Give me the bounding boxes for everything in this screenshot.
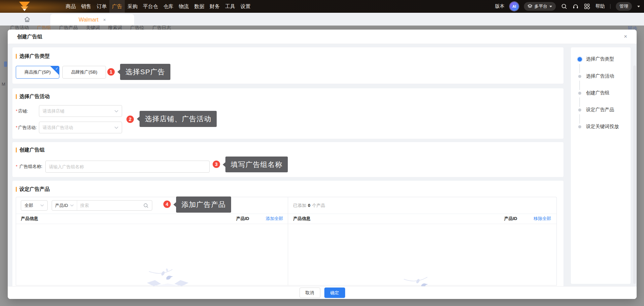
product-search-compound: 产品ID <box>52 200 152 211</box>
nav-item-finance[interactable]: 财务 <box>207 0 222 13</box>
group-name-row: * 广告组名称: <box>16 161 210 173</box>
section-accent-bar <box>16 54 17 59</box>
step-dot-3[interactable] <box>578 92 581 95</box>
check-icon: ✓ <box>55 67 58 71</box>
col-product-info: 产品信息 <box>21 216 236 222</box>
group-name-label: * 广告组名称: <box>16 164 45 170</box>
section-title-products: 设定广告产品 <box>16 186 50 192</box>
ad-type-sp-button[interactable]: 商品推广(SP) ✓ <box>16 66 59 79</box>
step-dot-1[interactable] <box>578 57 582 61</box>
bg-tab-adlogs: 广告日志 <box>152 25 171 30</box>
section-accent-bar <box>16 187 17 192</box>
bg-tab-searchterms: 搜索词 <box>108 25 122 30</box>
chevron-down-icon <box>549 6 552 7</box>
nav-item-sales[interactable]: 销售 <box>78 0 94 13</box>
nav-item-tools[interactable]: 工具 <box>222 0 238 13</box>
campaign-label: *广告活动: <box>16 125 39 131</box>
nav-item-logistics[interactable]: 物流 <box>176 0 192 13</box>
nav-item-settings[interactable]: 设置 <box>238 0 253 13</box>
nav-item-purchasing[interactable]: 采购 <box>125 0 140 13</box>
step-dot-4[interactable] <box>578 108 581 112</box>
add-all-link[interactable]: 添加全部 <box>266 216 283 222</box>
step-item-keywords[interactable]: 设定关键词投放 <box>586 124 619 130</box>
tooltip-fill-group-name: 填写广告组名称 <box>225 157 288 172</box>
step-item-products[interactable]: 设定广告产品 <box>586 107 614 113</box>
help-link[interactable]: 帮助 <box>595 3 605 9</box>
modal-close-icon[interactable]: × <box>624 30 627 44</box>
section-accent-bar <box>16 147 17 152</box>
nav-item-orders[interactable]: 订单 <box>94 0 109 13</box>
ad-type-options: 商品推广(SP) ✓ 品牌推广(SB) <box>16 66 106 79</box>
picker-header-row: 产品信息 产品ID 添加全部 产品信息 产品ID 移除全部 <box>16 214 556 224</box>
available-products-header: 产品信息 产品ID 添加全部 <box>16 214 288 224</box>
campaign-select[interactable]: 请选择广告活动 <box>39 122 122 133</box>
nav-item-ads[interactable]: 广告 <box>109 0 125 13</box>
col-product-id: 产品ID <box>236 216 256 222</box>
step-dot-5[interactable] <box>578 125 581 128</box>
step-item-group[interactable]: 创建广告组 <box>586 90 609 96</box>
multi-platform-dropdown[interactable]: 多平台 <box>524 2 556 11</box>
page-tabbar: Walmart × <box>0 13 644 26</box>
step-connector <box>579 97 580 107</box>
search-field-select[interactable]: 产品ID <box>52 201 77 210</box>
tooltip-select-sp: 选择SP广告 <box>120 64 170 80</box>
apps-grid-icon[interactable] <box>584 3 590 9</box>
step-item-campaign[interactable]: 选择广告活动 <box>586 73 614 79</box>
modal-footer: 取消 确定 <box>8 286 637 299</box>
divider <box>610 4 610 9</box>
cancel-button[interactable]: 取消 <box>300 288 320 298</box>
group-name-input[interactable] <box>45 161 210 173</box>
confirm-button[interactable]: 确定 <box>324 288 345 298</box>
modal-header: 创建广告组 × <box>8 30 637 44</box>
step-item-ad-type[interactable]: 选择广告类型 <box>586 56 614 62</box>
navbar-right-cluster: 版本 AI 多平台 帮助 管理 <box>495 0 640 13</box>
empty-box-illustration <box>146 266 189 286</box>
ai-assistant-button[interactable]: AI <box>510 2 519 11</box>
remove-all-link[interactable]: 移除全部 <box>534 216 551 222</box>
background-artifact-bar <box>4 61 7 67</box>
bg-tab-adgroups: 广告组 <box>37 25 51 30</box>
tab-walmart[interactable]: Walmart × <box>50 14 134 26</box>
tab-close-icon[interactable]: × <box>103 17 106 23</box>
section-accent-bar <box>16 94 17 99</box>
section-title-campaign: 选择广告活动 <box>16 93 50 100</box>
section-title-ad-type: 选择广告类型 <box>16 53 50 59</box>
step-dot-2[interactable] <box>578 75 581 78</box>
step-connector <box>579 81 580 90</box>
app-logo-icon[interactable] <box>19 1 30 11</box>
store-select[interactable]: 请选择店铺 <box>39 105 122 117</box>
panel-divider <box>288 197 288 285</box>
chevron-down-icon <box>114 126 118 129</box>
section-products: 设定广告产品 全部 产品ID <box>12 181 564 286</box>
modal-scrollbar-thumb[interactable] <box>633 65 636 284</box>
col-product-info: 产品信息 <box>293 216 504 222</box>
tooltip-select-store-campaign: 选择店铺、广告活动 <box>140 111 217 127</box>
nav-item-products[interactable]: 商品 <box>63 0 78 13</box>
main-menu: 商品 销售 订单 广告 采购 平台仓 仓库 物流 数据 财务 工具 设置 <box>63 0 253 13</box>
product-search-input[interactable] <box>77 203 143 208</box>
tab-label: Walmart <box>78 17 98 23</box>
background-artifact-text: M <box>2 82 5 87</box>
search-icon[interactable] <box>143 203 149 208</box>
modal-body: 选择广告类型 商品推广(SP) ✓ 品牌推广(SB) 1 选择SP广告 <box>8 44 637 286</box>
chevron-down-icon[interactable] <box>637 6 640 7</box>
scope-select[interactable]: 全部 <box>21 200 48 211</box>
home-tab-button[interactable] <box>21 15 33 24</box>
section-group-name: 创建广告组 * 广告组名称: 3 填写广告组名称 <box>12 142 564 177</box>
nav-item-platform-warehouse[interactable]: 平台仓 <box>140 0 161 13</box>
support-headset-icon[interactable] <box>573 3 579 9</box>
search-icon[interactable] <box>561 3 567 9</box>
bg-tab-adproducts: 广告产品 <box>59 25 78 30</box>
chevron-down-icon <box>40 204 44 207</box>
admin-account-dropdown[interactable]: 管理 <box>616 2 632 11</box>
step-badge-1: 1 <box>107 68 115 76</box>
background-page-tabs: 广告活动 广告组 广告产品 关键词 搜索词 广告位 广告日志 <box>10 25 171 30</box>
version-link[interactable]: 版本 <box>495 3 504 9</box>
nav-item-data[interactable]: 数据 <box>192 0 207 13</box>
nav-item-warehouse[interactable]: 仓库 <box>161 0 176 13</box>
store-field-row: *店铺: 请选择店铺 <box>16 105 122 117</box>
bg-tab-campaigns: 广告活动 <box>10 25 29 30</box>
ad-type-sb-button[interactable]: 品牌推广(SB) <box>62 66 106 79</box>
step-badge-3: 3 <box>213 161 220 168</box>
section-title-group: 创建广告组 <box>16 147 45 153</box>
